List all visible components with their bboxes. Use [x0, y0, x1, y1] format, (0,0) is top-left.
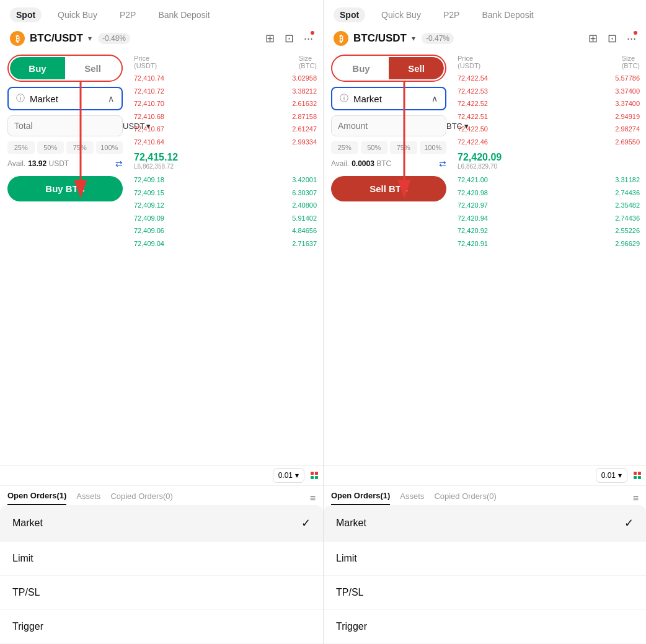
dropdown-limit-label-left: Limit: [12, 553, 33, 564]
pct-50-left[interactable]: 50%: [37, 141, 64, 154]
bottom-bar-left: 0.01 ▾: [0, 465, 323, 485]
market-selector-right[interactable]: ⓘ Market ∧: [331, 87, 446, 110]
ask-row-2-left: 72,410.72 3.38212: [133, 85, 318, 98]
dropdown-market-left[interactable]: Market ✓: [0, 505, 323, 541]
size-value-right: 0.01: [601, 471, 616, 480]
transfer-icon-right[interactable]: ⇄: [439, 159, 446, 169]
ask-size-4-right: 2.94919: [615, 112, 640, 122]
nav-p2p-left[interactable]: P2P: [113, 7, 142, 22]
pct-row-right: 25% 50% 75% 100%: [331, 141, 446, 154]
nav-quickbuy-left[interactable]: Quick Buy: [51, 7, 104, 22]
bid-size-2-right: 2.74436: [615, 188, 640, 198]
dropdown-menu-right: Market ✓ Limit TP/SL Trigger: [324, 505, 646, 644]
nav-spot-left[interactable]: Spot: [10, 7, 42, 22]
bid-price-6-right: 72,420.91: [458, 239, 488, 249]
dropdown-limit-right[interactable]: Limit: [324, 542, 646, 575]
dropdown-trigger-right[interactable]: Trigger: [324, 610, 646, 643]
dropdown-market-right[interactable]: Market ✓: [324, 505, 646, 541]
transfer-icon-left[interactable]: ⇄: [115, 159, 123, 169]
dropdown-tpsl-label-left: TP/SL: [12, 587, 40, 598]
info-icon-right: ⓘ: [340, 93, 348, 104]
ask-price-3-left: 72,410.70: [134, 99, 164, 109]
ask-size-6-left: 2.99334: [292, 137, 317, 148]
screen-icon-right[interactable]: ⊡: [608, 32, 617, 45]
total-input-row-left: USDT ▾: [7, 115, 123, 136]
nav-bankdeposit-left[interactable]: Bank Deposit: [152, 7, 216, 22]
pct-75-left[interactable]: 75%: [66, 141, 94, 154]
nav-spot-right[interactable]: Spot: [334, 7, 365, 22]
ask-price-4-right: 72,422.51: [458, 112, 488, 122]
dropdown-trigger-left[interactable]: Trigger: [0, 610, 323, 643]
pct-25-right[interactable]: 25%: [331, 141, 358, 154]
amount-input-right[interactable]: [338, 121, 446, 131]
dropdown-limit-label-right: Limit: [336, 553, 357, 564]
chart-icon-left[interactable]: ⊞: [265, 32, 275, 45]
ask-row-2-right: 72,422.53 3.37400: [456, 85, 641, 98]
sell-button-left[interactable]: Sell: [65, 57, 120, 79]
pct-25-left[interactable]: 25%: [7, 141, 35, 154]
pct-100-right[interactable]: 100%: [420, 141, 447, 154]
bid-price-2-left: 72,409.15: [134, 188, 164, 198]
pair-chevron-left[interactable]: ▾: [88, 34, 92, 43]
more-icon-left[interactable]: ···: [304, 32, 313, 45]
dropdown-limit-left[interactable]: Limit: [0, 542, 323, 575]
pct-50-right[interactable]: 50%: [361, 141, 388, 154]
orders-tabs-right: Open Orders(1) Assets Copied Orders(0) ≡: [324, 485, 646, 505]
buy-panel: Spot Quick Buy P2P Bank Deposit ₿ BTC/US…: [0, 0, 323, 644]
top-nav-left: Spot Quick Buy P2P Bank Deposit: [0, 0, 323, 27]
assets-tab-left[interactable]: Assets: [76, 492, 100, 505]
pct-75-right[interactable]: 75%: [390, 141, 417, 154]
bid-price-6-left: 72,409.04: [134, 239, 164, 249]
nav-p2p-right[interactable]: P2P: [437, 7, 466, 22]
bid-size-1-left: 3.42001: [292, 175, 317, 185]
total-input-left[interactable]: [14, 121, 123, 131]
pair-name-left[interactable]: BTC/USDT: [30, 32, 83, 45]
size-selector-right[interactable]: 0.01 ▾: [596, 468, 627, 483]
buy-button-left[interactable]: Buy: [10, 57, 65, 79]
ask-price-5-left: 72,410.67: [134, 124, 164, 135]
size-selector-left[interactable]: 0.01 ▾: [273, 468, 304, 483]
chart-icon-right[interactable]: ⊞: [588, 32, 598, 45]
screen-icon-left[interactable]: ⊡: [285, 32, 294, 45]
pair-chevron-right[interactable]: ▾: [412, 34, 415, 43]
top-nav-right: Spot Quick Buy P2P Bank Deposit: [324, 0, 646, 27]
ask-size-2-left: 3.38212: [292, 86, 317, 97]
assets-tab-right[interactable]: Assets: [400, 492, 424, 505]
market-checkmark-right: ✓: [624, 516, 634, 530]
mid-price-value-right: 72,420.09: [458, 152, 502, 163]
bid-size-3-left: 2.40800: [292, 200, 317, 211]
dropdown-trigger-label-right: Trigger: [336, 621, 367, 632]
ob-size-header-left: Size(BTC): [299, 55, 317, 69]
ask-price-1-right: 72,422.54: [458, 73, 488, 84]
ob-price-header-right: Price(USDT): [458, 55, 480, 69]
orders-icon-right[interactable]: ≡: [633, 493, 639, 504]
bid-price-3-right: 72,420.97: [458, 200, 488, 211]
copied-orders-tab-left[interactable]: Copied Orders(0): [110, 492, 172, 505]
open-orders-tab-right[interactable]: Open Orders(1): [331, 491, 390, 505]
buy-button-right[interactable]: Buy: [334, 57, 389, 79]
avail-label-left: Avail.: [7, 159, 25, 168]
more-icon-right[interactable]: ···: [627, 32, 636, 45]
dropdown-tpsl-right[interactable]: TP/SL: [324, 576, 646, 609]
open-orders-tab-left[interactable]: Open Orders(1): [7, 491, 66, 505]
sell-btc-button-right[interactable]: Sell BTC: [331, 176, 446, 201]
pct-100-left[interactable]: 100%: [96, 141, 123, 154]
buy-btc-button-left[interactable]: Buy BTC: [7, 176, 123, 201]
orders-icon-left[interactable]: ≡: [310, 493, 316, 504]
copied-orders-tab-right[interactable]: Copied Orders(0): [434, 492, 496, 505]
dropdown-market-label-right: Market: [336, 518, 366, 529]
dropdown-tpsl-left[interactable]: TP/SL: [0, 576, 323, 609]
dot-red2-right: [638, 472, 641, 475]
nav-quickbuy-right[interactable]: Quick Buy: [375, 7, 427, 22]
bid-price-1-left: 72,409.18: [134, 175, 164, 185]
dot-red2-left: [315, 472, 318, 475]
ask-size-5-right: 2.98274: [615, 124, 640, 135]
bid-row-4-right: 72,420.94 2.74436: [456, 212, 641, 225]
bottom-bar-right: 0.01 ▾: [324, 465, 646, 485]
sell-button-right[interactable]: Sell: [389, 57, 444, 79]
nav-bankdeposit-right[interactable]: Bank Deposit: [476, 7, 539, 22]
ask-size-2-right: 3.37400: [615, 86, 640, 97]
pair-name-right[interactable]: BTC/USDT: [353, 32, 407, 45]
avail-row-right: Avail. 0.0003 BTC ⇄: [331, 159, 446, 169]
market-selector-left[interactable]: ⓘ Market ∧: [7, 87, 123, 110]
